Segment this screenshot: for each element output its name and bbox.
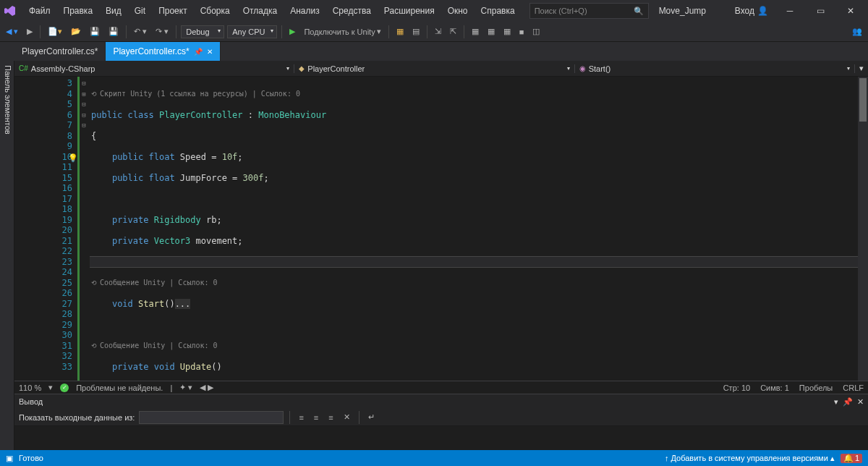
- menu-view[interactable]: Вид: [100, 3, 127, 19]
- nav-project-dropdown[interactable]: C#Assembly-CSharp: [14, 64, 294, 73]
- nav-back-button[interactable]: ◀ ▾: [3, 25, 21, 38]
- menu-extensions[interactable]: Расширения: [378, 3, 441, 19]
- close-button[interactable]: ✕: [836, 1, 865, 21]
- editor-status-strip: 110 % ▾ ✓ Проблемы не найдены. | ✦ ▾ ◀ ▶…: [14, 381, 868, 394]
- nav-class-dropdown[interactable]: ◆PlayerController: [294, 64, 574, 73]
- add-source-control[interactable]: ↑ Добавить в систему управления версиями…: [665, 454, 835, 463]
- dropdown-icon[interactable]: ▾: [834, 397, 838, 407]
- check-icon: ✓: [60, 384, 69, 392]
- output-panel: Вывод ▾ 📌 ✕ Показать выходные данные из:…: [14, 394, 868, 450]
- output-wrap-button[interactable]: ↵: [365, 411, 378, 423]
- live-share-icon[interactable]: 👥: [849, 25, 865, 38]
- vs-logo-icon: [3, 4, 17, 18]
- status-ready: Готово: [19, 454, 43, 462]
- tab-playercontroller-2[interactable]: PlayerController.cs* 📌 ✕: [106, 42, 220, 61]
- output-source-dropdown[interactable]: [139, 411, 284, 424]
- minimize-button[interactable]: ─: [775, 1, 804, 21]
- tb-icon-1[interactable]: ▦: [393, 25, 407, 38]
- nav-member-dropdown[interactable]: ◉Start(): [575, 64, 855, 73]
- tb-icon-6[interactable]: ▦: [485, 25, 498, 38]
- tb-icon-4[interactable]: ⇱: [447, 25, 459, 38]
- open-button[interactable]: 📂: [68, 25, 84, 38]
- pin-icon[interactable]: 📌: [194, 48, 203, 56]
- search-icon: 🔍: [634, 7, 644, 16]
- caret-col: Симв: 1: [760, 384, 789, 392]
- pin-icon[interactable]: 📌: [843, 397, 853, 407]
- save-button[interactable]: 💾: [87, 25, 103, 38]
- menu-build[interactable]: Сборка: [195, 3, 236, 19]
- solution-name: Move_Jump: [659, 6, 706, 16]
- tb-icon-9[interactable]: ◫: [529, 25, 542, 38]
- output-clear-button[interactable]: ✕: [341, 411, 353, 423]
- split-button[interactable]: ▾: [855, 64, 868, 73]
- save-all-button[interactable]: 💾: [106, 25, 122, 38]
- output-source-label: Показать выходные данные из:: [19, 413, 135, 422]
- codelens-start[interactable]: Сообщение Unity | Ссылок: 0: [90, 278, 858, 289]
- issues-text: Проблемы не найдены.: [76, 384, 163, 392]
- status-bar: ▣ Готово ↑ Добавить в систему управления…: [0, 450, 868, 466]
- attach-unity-button[interactable]: Подключить к Unity ▾: [301, 25, 383, 38]
- tb-icon-7[interactable]: ▦: [501, 25, 514, 38]
- search-placeholder: Поиск (Ctrl+Q): [535, 7, 587, 15]
- login-button[interactable]: Вход 👤: [729, 3, 774, 19]
- menu-edit[interactable]: Правка: [58, 3, 99, 19]
- vertical-scrollbar[interactable]: [858, 77, 868, 381]
- codelens-class[interactable]: Скрипт Unity (1 ссылка на ресурсы) | Ссы…: [90, 89, 858, 100]
- output-btn-2[interactable]: ≡: [311, 412, 321, 423]
- tab-playercontroller-1[interactable]: PlayerController.cs*: [14, 42, 106, 61]
- navigation-bar: C#Assembly-CSharp ◆PlayerController ◉Sta…: [14, 61, 868, 77]
- output-title: Вывод: [19, 397, 43, 406]
- play-button[interactable]: ▶: [286, 25, 298, 38]
- close-icon[interactable]: ✕: [207, 48, 213, 56]
- status-square-icon: ▣: [6, 454, 13, 463]
- csharp-icon: C#: [19, 64, 28, 72]
- title-bar: Файл Правка Вид Git Проект Сборка Отладк…: [0, 0, 868, 22]
- fold-column[interactable]: ⊟⊞⊟⊟⊟: [78, 77, 90, 381]
- redo-button[interactable]: ↷ ▾: [153, 25, 171, 38]
- output-body[interactable]: [14, 426, 868, 450]
- menu-help[interactable]: Справка: [475, 3, 521, 19]
- menu-project[interactable]: Проект: [153, 3, 193, 19]
- whitespace-mode[interactable]: Пробелы: [799, 384, 833, 392]
- document-tabs: PlayerController.cs* PlayerController.cs…: [0, 42, 868, 61]
- toolbox-panel-tab[interactable]: Панель элементов: [0, 61, 14, 450]
- zoom-level[interactable]: 110 %: [19, 384, 41, 392]
- new-button[interactable]: 📄▾: [45, 25, 65, 38]
- method-icon: ◉: [579, 64, 586, 72]
- lightbulb-icon[interactable]: 💡: [68, 153, 78, 163]
- code-editor[interactable]: 💡 34567891011151617181920212223242526272…: [14, 77, 868, 381]
- eol-mode[interactable]: CRLF: [843, 384, 864, 392]
- menu-git[interactable]: Git: [129, 3, 151, 19]
- search-input[interactable]: Поиск (Ctrl+Q) 🔍: [529, 3, 649, 19]
- main-toolbar: ◀ ▾ ▶ 📄▾ 📂 💾 💾 ↶ ▾ ↷ ▾ Debug Any CPU ▶ П…: [0, 22, 868, 42]
- tb-icon-5[interactable]: ▦: [469, 25, 482, 38]
- platform-dropdown[interactable]: Any CPU: [227, 25, 277, 38]
- codelens-update[interactable]: Сообщение Unity | Ссылок: 0: [90, 341, 858, 352]
- menu-window[interactable]: Окно: [442, 3, 474, 19]
- class-icon: ◆: [299, 64, 305, 72]
- nav-fwd-button[interactable]: ▶: [24, 25, 35, 38]
- close-icon[interactable]: ✕: [857, 397, 864, 407]
- menu-debug[interactable]: Отладка: [237, 3, 283, 19]
- menu-analyze[interactable]: Анализ: [284, 3, 326, 19]
- user-icon: 👤: [757, 6, 768, 16]
- output-btn-3[interactable]: ≡: [326, 412, 336, 423]
- tb-icon-8[interactable]: ■: [516, 26, 527, 38]
- tb-icon-2[interactable]: ▤: [409, 25, 422, 38]
- maximize-button[interactable]: ▭: [806, 1, 835, 21]
- brush-icon[interactable]: ✦ ▾: [179, 383, 192, 392]
- tb-icon-3[interactable]: ⇲: [432, 25, 444, 38]
- line-gutter: 3456789101115161718192021222324252627282…: [52, 77, 78, 381]
- output-btn-1[interactable]: ≡: [296, 412, 306, 423]
- menu-tools[interactable]: Средства: [327, 3, 377, 19]
- undo-button[interactable]: ↶ ▾: [131, 25, 150, 38]
- notification-badge[interactable]: 🔔1: [841, 454, 862, 463]
- menu-file[interactable]: Файл: [23, 3, 56, 19]
- config-dropdown[interactable]: Debug: [181, 25, 224, 38]
- caret-line: Стр: 10: [723, 384, 750, 392]
